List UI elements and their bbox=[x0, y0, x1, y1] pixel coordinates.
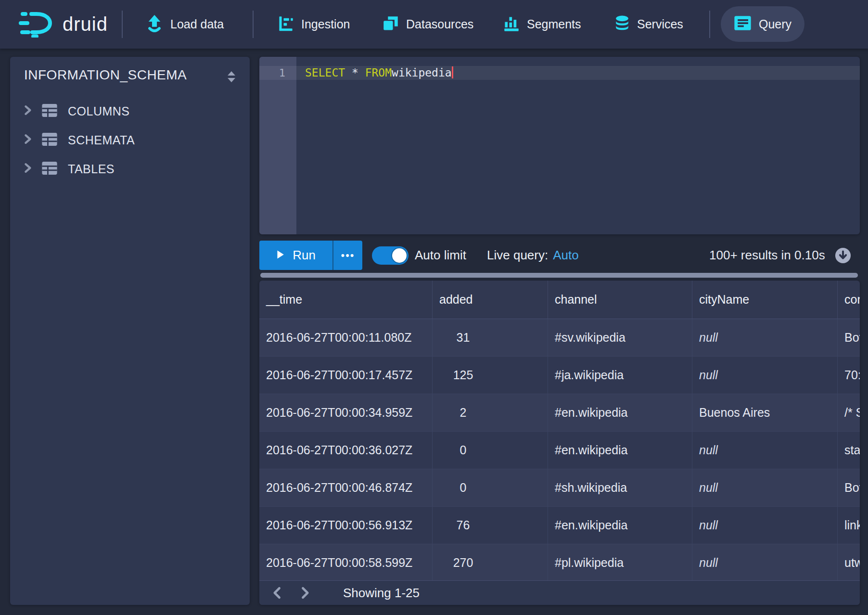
auto-limit-toggle[interactable] bbox=[372, 246, 408, 265]
sidebar-item-label: SCHEMATA bbox=[68, 133, 135, 147]
cell-comment[interactable]: link bbox=[837, 507, 860, 544]
nav-item-load-data[interactable]: Load data bbox=[146, 0, 224, 49]
editor-gutter bbox=[259, 57, 296, 234]
sidebar-item-columns[interactable]: COLUMNS bbox=[10, 98, 250, 124]
results-header-row: __time added channel cityName comment bbox=[259, 281, 860, 319]
nav-item-label: Segments bbox=[527, 17, 581, 31]
column-header-time[interactable]: __time bbox=[259, 281, 432, 319]
column-header-comment[interactable]: comment bbox=[837, 281, 860, 319]
nav-item-ingestion[interactable]: Ingestion bbox=[278, 0, 350, 49]
live-query-control: Live query: Auto bbox=[487, 241, 579, 270]
cell-cityname[interactable]: null bbox=[692, 432, 837, 469]
double-caret-vertical-icon[interactable] bbox=[226, 70, 237, 85]
run-button[interactable]: Run bbox=[259, 241, 332, 270]
sql-editor[interactable]: 1 SELECT * FROMwikipedia bbox=[259, 57, 860, 234]
cell-channel[interactable]: #en.wikipedia bbox=[548, 507, 692, 544]
nav-item-datasources[interactable]: Datasources bbox=[383, 0, 473, 49]
cell-time[interactable]: 2016-06-27T00:00:11.080Z bbox=[259, 319, 432, 356]
previous-page-icon[interactable] bbox=[270, 585, 284, 601]
query-icon bbox=[734, 15, 752, 33]
cell-channel[interactable]: #en.wikipedia bbox=[548, 432, 692, 469]
column-header-added[interactable]: added bbox=[432, 281, 548, 319]
sidebar-item-label: COLUMNS bbox=[68, 104, 130, 118]
sidebar-item-label: TABLES bbox=[68, 162, 115, 176]
sql-identifier: wikipedia bbox=[392, 66, 452, 79]
run-more-options-button[interactable]: ••• bbox=[332, 241, 362, 270]
chevron-right-icon[interactable] bbox=[22, 133, 33, 147]
cell-cityname[interactable]: null bbox=[692, 507, 837, 544]
toggle-knob bbox=[392, 248, 407, 263]
cell-time[interactable]: 2016-06-27T00:00:17.457Z bbox=[259, 357, 432, 394]
cell-added[interactable]: 76 bbox=[432, 507, 548, 544]
nav-item-services[interactable]: Services bbox=[614, 0, 683, 49]
sql-operator: * bbox=[345, 66, 365, 79]
sidebar-item-schemata[interactable]: SCHEMATA bbox=[10, 127, 250, 153]
nav-divider bbox=[122, 11, 123, 38]
cell-channel[interactable]: #ja.wikipedia bbox=[548, 357, 692, 394]
cell-time[interactable]: 2016-06-27T00:00:56.913Z bbox=[259, 507, 432, 544]
cell-added[interactable]: 270 bbox=[432, 544, 548, 581]
table-row: 2016-06-27T00:00:46.874Z 0 #sh.wikipedia… bbox=[259, 469, 860, 507]
cell-time[interactable]: 2016-06-27T00:00:36.027Z bbox=[259, 432, 432, 469]
results-summary: 100+ results in 0.10s bbox=[709, 241, 825, 270]
cell-cityname[interactable]: null bbox=[692, 544, 837, 581]
cell-comment[interactable]: sta bbox=[837, 432, 860, 469]
cell-cityname[interactable]: null bbox=[692, 319, 837, 356]
nav-item-label: Load data bbox=[170, 17, 224, 31]
services-icon bbox=[614, 14, 630, 35]
column-header-channel[interactable]: channel bbox=[548, 281, 692, 319]
cell-comment[interactable]: utw bbox=[837, 544, 860, 581]
cell-comment[interactable]: 70: bbox=[837, 357, 860, 394]
schema-sidebar: INFORMATION_SCHEMA COLUMNS bbox=[10, 57, 250, 605]
chevron-right-icon[interactable] bbox=[22, 104, 33, 118]
ingestion-icon bbox=[278, 15, 294, 34]
horizontal-scrollbar[interactable] bbox=[260, 273, 858, 278]
nav-item-label: Services bbox=[637, 17, 683, 31]
top-navbar: druid Load data bbox=[0, 0, 868, 49]
run-button-label: Run bbox=[293, 248, 316, 263]
cell-time[interactable]: 2016-06-27T00:00:58.599Z bbox=[259, 544, 432, 581]
column-header-cityname[interactable]: cityName bbox=[692, 281, 837, 319]
auto-limit-label[interactable]: Auto limit bbox=[415, 241, 466, 270]
cell-time[interactable]: 2016-06-27T00:00:34.959Z bbox=[259, 394, 432, 431]
cell-added[interactable]: 125 bbox=[432, 357, 548, 394]
next-page-icon[interactable] bbox=[298, 585, 312, 601]
nav-item-segments[interactable]: Segments bbox=[503, 0, 581, 49]
upload-icon bbox=[146, 14, 163, 35]
cell-channel[interactable]: #pl.wikipedia bbox=[548, 544, 692, 581]
cell-comment[interactable]: Bot bbox=[837, 469, 860, 506]
nav-divider bbox=[709, 11, 710, 38]
segments-icon bbox=[503, 15, 520, 34]
table-icon bbox=[41, 161, 58, 177]
cell-channel[interactable]: #sh.wikipedia bbox=[548, 469, 692, 506]
table-icon bbox=[41, 103, 58, 119]
cell-channel[interactable]: #en.wikipedia bbox=[548, 394, 692, 431]
cell-comment[interactable]: Bot bbox=[837, 319, 860, 356]
table-row: 2016-06-27T00:00:36.027Z 0 #en.wikipedia… bbox=[259, 432, 860, 469]
pagination-bar: Showing 1-25 bbox=[259, 580, 860, 605]
nav-item-query-active[interactable]: Query bbox=[721, 6, 804, 42]
cell-cityname[interactable]: null bbox=[692, 469, 837, 506]
cell-comment[interactable]: /* S bbox=[837, 394, 860, 431]
cell-time[interactable]: 2016-06-27T00:00:46.874Z bbox=[259, 469, 432, 506]
schema-title: INFORMATION_SCHEMA bbox=[24, 67, 187, 83]
table-row: 2016-06-27T00:00:34.959Z 2 #en.wikipedia… bbox=[259, 394, 860, 432]
table-row: 2016-06-27T00:00:17.457Z 125 #ja.wikiped… bbox=[259, 357, 860, 394]
chevron-right-icon[interactable] bbox=[22, 162, 33, 176]
cell-added[interactable]: 0 bbox=[432, 432, 548, 469]
sidebar-item-tables[interactable]: TABLES bbox=[10, 156, 250, 182]
druid-logo-icon bbox=[18, 10, 58, 39]
cell-cityname[interactable]: null bbox=[692, 357, 837, 394]
sql-query-text[interactable]: SELECT * FROMwikipedia bbox=[305, 66, 453, 80]
cell-added[interactable]: 31 bbox=[432, 319, 548, 356]
cell-cityname[interactable]: Buenos Aires bbox=[692, 394, 837, 431]
druid-brand[interactable]: druid bbox=[18, 0, 108, 49]
download-results-icon[interactable] bbox=[835, 247, 851, 264]
live-query-value[interactable]: Auto bbox=[553, 248, 579, 263]
cell-added[interactable]: 0 bbox=[432, 469, 548, 506]
cell-channel[interactable]: #sv.wikipedia bbox=[548, 319, 692, 356]
table-row: 2016-06-27T00:00:56.913Z 76 #en.wikipedi… bbox=[259, 507, 860, 544]
line-number: 1 bbox=[259, 66, 296, 80]
cell-added[interactable]: 2 bbox=[432, 394, 548, 431]
table-icon bbox=[41, 132, 58, 148]
